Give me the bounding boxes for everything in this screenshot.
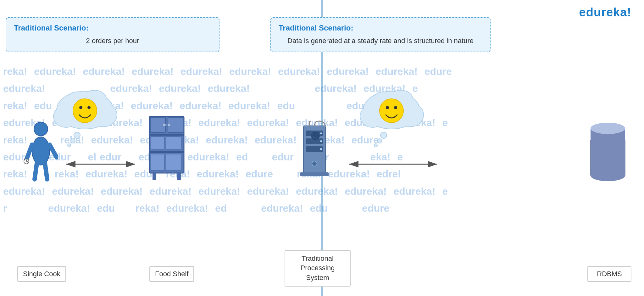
left-info-box: Traditional Scenario: 2 orders per hour (6, 17, 219, 52)
svg-point-22 (386, 106, 389, 109)
svg-point-23 (394, 106, 397, 109)
svg-rect-41 (151, 137, 164, 149)
svg-point-7 (71, 139, 75, 143)
right-info-content: Data is generated at a steady rate and i… (279, 36, 482, 46)
svg-point-54 (320, 140, 322, 142)
right-info-box: Traditional Scenario: Data is generated … (270, 17, 491, 52)
svg-line-29 (45, 164, 47, 179)
left-info-title: Traditional Scenario: (14, 24, 211, 32)
label-rdbms: RDBMS (587, 266, 631, 282)
svg-point-21 (380, 99, 403, 123)
svg-rect-64 (314, 138, 316, 140)
svg-rect-42 (166, 137, 181, 149)
svg-rect-57 (300, 172, 329, 176)
svg-rect-37 (149, 134, 184, 136)
server-figure (294, 120, 335, 192)
label-food-shelf: Food Shelf (149, 266, 194, 282)
svg-rect-60 (314, 131, 316, 134)
svg-rect-38 (149, 151, 184, 153)
svg-point-53 (320, 132, 322, 134)
svg-point-25 (32, 137, 50, 165)
svg-point-6 (74, 132, 80, 138)
label-trad-system: Traditional Processing System (285, 250, 351, 287)
svg-line-28 (35, 164, 37, 179)
svg-point-46 (168, 124, 170, 126)
svg-point-9 (73, 99, 97, 123)
svg-point-59 (314, 134, 317, 138)
svg-point-11 (87, 106, 91, 109)
svg-rect-43 (151, 154, 164, 170)
svg-rect-40 (168, 117, 183, 132)
label-single-cook: Single Cook (17, 266, 66, 282)
shelf-figure (145, 113, 189, 182)
svg-rect-66 (311, 135, 314, 137)
thought-bubble-left (50, 85, 119, 149)
svg-point-79 (591, 123, 625, 134)
thought-bubble-right (357, 85, 426, 149)
svg-point-18 (380, 132, 387, 138)
svg-point-10 (79, 106, 82, 109)
svg-point-45 (163, 124, 166, 126)
svg-rect-47 (153, 172, 156, 180)
database-figure (584, 123, 631, 186)
left-info-content: 2 orders per hour (14, 36, 211, 46)
right-info-title: Traditional Scenario: (279, 24, 482, 32)
svg-line-26 (26, 145, 32, 160)
svg-rect-44 (166, 154, 181, 170)
svg-rect-62 (317, 135, 320, 137)
svg-point-19 (377, 139, 382, 143)
svg-point-56 (312, 161, 317, 166)
svg-point-55 (320, 148, 322, 150)
svg-rect-48 (177, 172, 181, 180)
svg-point-24 (34, 122, 48, 136)
svg-point-8 (68, 144, 71, 147)
arrow-bidirectional-right (343, 158, 443, 172)
arrow-bidirectional-left (60, 158, 142, 172)
svg-rect-39 (150, 117, 165, 132)
brand-logo: edureka! (579, 6, 631, 19)
svg-point-20 (374, 144, 377, 147)
